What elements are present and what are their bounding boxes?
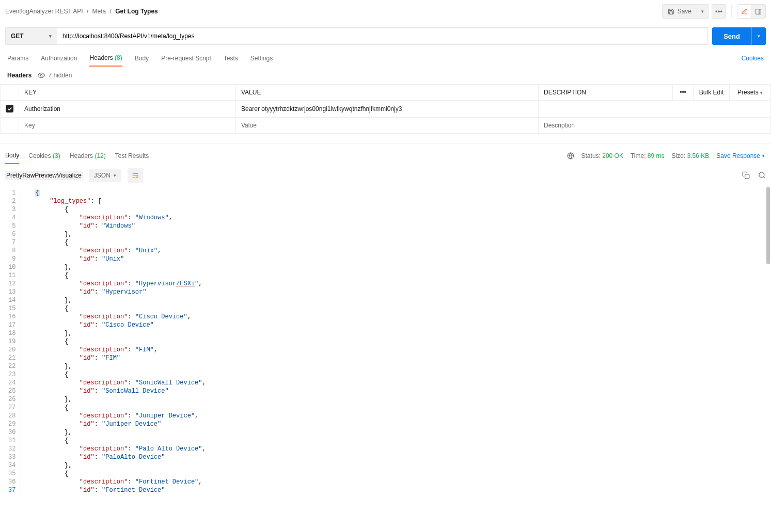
tab-headers[interactable]: Headers (8) [89, 50, 122, 67]
col-key: KEY [19, 85, 236, 101]
chevron-down-icon: ▾ [758, 34, 760, 39]
svg-rect-7 [745, 174, 749, 179]
bulk-edit-button[interactable]: Bulk Edit [694, 85, 730, 101]
response-body-editor[interactable]: 1234567891011121314151617181920212223242… [0, 187, 771, 496]
wrap-lines-button[interactable] [128, 168, 143, 183]
breadcrumb-sep: / [87, 8, 88, 15]
scrollbar-thumb[interactable] [766, 187, 770, 264]
header-key-cell[interactable]: Authorization [19, 101, 236, 118]
headers-label: Headers [7, 72, 32, 79]
breadcrumb-sep: / [110, 8, 112, 15]
presets-button[interactable]: Presets ▾ [730, 85, 771, 101]
top-bar: EventlogAnalyzer REST API / Meta / Get L… [0, 0, 771, 23]
chevron-down-icon: ▾ [49, 34, 52, 39]
tab-params[interactable]: Params [7, 51, 28, 66]
request-url-input[interactable] [57, 27, 708, 45]
status-value: 200 OK [602, 152, 623, 159]
http-method-select[interactable]: GET ▾ [5, 27, 57, 45]
view-mode-group: Pretty Raw Preview Visualize [5, 171, 83, 180]
row-checkbox-cell[interactable] [1, 101, 19, 118]
save-chevron-button[interactable]: ▾ [697, 4, 709, 19]
col-options[interactable]: ••• [673, 85, 694, 101]
resp-cookies-label: Cookies [28, 152, 51, 159]
panel-icon [755, 8, 762, 15]
comment-button[interactable] [737, 4, 751, 19]
chevron-down-icon: ▾ [114, 173, 116, 178]
tab-headers-count: (8) [115, 54, 122, 61]
divider [731, 5, 732, 18]
tab-authorization[interactable]: Authorization [41, 51, 77, 66]
breadcrumb: EventlogAnalyzer REST API / Meta / Get L… [5, 8, 158, 15]
row-checkbox-cell[interactable] [1, 117, 19, 133]
breadcrumb-mid[interactable]: Meta [92, 8, 106, 15]
table-row: Authorization Bearer otyyytrhzdktzwrjos0… [1, 101, 771, 118]
save-button[interactable]: Save [662, 4, 697, 19]
breadcrumb-current: Get Log Types [115, 8, 158, 15]
send-options-button[interactable]: ▾ [751, 27, 766, 45]
col-value: VALUE [236, 85, 539, 101]
tab-settings[interactable]: Settings [250, 51, 273, 66]
send-button[interactable]: Send [712, 27, 751, 45]
send-group: Send ▾ [712, 27, 766, 45]
tab-tests[interactable]: Tests [224, 51, 238, 66]
tab-prerequest[interactable]: Pre-request Script [161, 51, 211, 66]
hidden-count: 7 hidden [48, 72, 72, 79]
time-value: 89 ms [648, 152, 665, 159]
svg-point-2 [41, 74, 43, 76]
save-response-label: Save Response [716, 152, 760, 159]
eye-icon [38, 72, 45, 79]
breadcrumb-root[interactable]: EventlogAnalyzer REST API [5, 8, 83, 15]
copy-button[interactable] [742, 171, 750, 179]
size-text[interactable]: Size: 3.56 KB [672, 152, 710, 159]
key-placeholder-cell[interactable]: Key [19, 117, 236, 133]
col-description: DESCRIPTION [539, 85, 673, 101]
resp-tab-cookies[interactable]: Cookies (3) [28, 148, 60, 164]
status-text[interactable]: Status: 200 OK [581, 152, 623, 159]
tab-headers-label: Headers [89, 54, 113, 61]
wrap-icon [132, 172, 139, 179]
cookies-link[interactable]: Cookies [742, 55, 764, 62]
save-label: Save [678, 8, 691, 15]
request-tabs: Params Authorization Headers (8) Body Pr… [0, 49, 771, 67]
method-label: GET [11, 33, 24, 40]
docs-pane-button[interactable] [751, 4, 766, 19]
view-raw[interactable]: Raw [22, 172, 35, 179]
view-preview[interactable]: Preview [35, 172, 57, 179]
svg-line-9 [763, 176, 765, 178]
headers-subrow: Headers 7 hidden [0, 67, 771, 84]
desc-placeholder-cell[interactable]: Description [539, 117, 771, 133]
chevron-down-icon: ▾ [762, 153, 765, 158]
view-visualize[interactable]: Visualize [57, 172, 82, 179]
time-text[interactable]: Time: 89 ms [631, 152, 665, 159]
doc-panel-group [737, 4, 766, 19]
view-pretty[interactable]: Pretty [6, 172, 22, 179]
value-placeholder-cell[interactable]: Value [236, 117, 539, 133]
more-actions-button[interactable]: ••• [712, 4, 726, 19]
svg-rect-0 [756, 9, 761, 14]
search-button[interactable] [758, 171, 766, 179]
network-icon[interactable] [567, 152, 574, 159]
more-icon: ••• [715, 8, 722, 15]
tab-body[interactable]: Body [135, 51, 149, 66]
resp-tab-testresults[interactable]: Test Results [115, 148, 149, 164]
save-icon [668, 8, 674, 15]
response-tools [742, 171, 766, 179]
header-value-cell[interactable]: Bearer otyyytrhzdktzwrjos00ngi1lwfkywqtn… [236, 101, 539, 118]
resp-tab-body[interactable]: Body [5, 148, 19, 164]
top-actions: Save ▾ ••• [662, 4, 766, 19]
status-block: Status: 200 OK Time: 89 ms Size: 3.56 KB… [567, 152, 765, 159]
request-row: GET ▾ Send ▾ [0, 23, 771, 49]
size-value: 3.56 KB [687, 152, 710, 159]
header-desc-cell[interactable] [539, 101, 771, 118]
resp-headers-count: (12) [95, 152, 105, 159]
table-header-row: KEY VALUE DESCRIPTION ••• Bulk Edit Pres… [1, 85, 771, 101]
chevron-down-icon: ▾ [760, 90, 763, 95]
format-row: Pretty Raw Preview Visualize JSON ▾ [0, 164, 771, 187]
hidden-headers-toggle[interactable]: 7 hidden [38, 72, 72, 79]
language-label: JSON [94, 172, 111, 179]
language-select[interactable]: JSON ▾ [89, 169, 121, 182]
save-response-button[interactable]: Save Response ▾ [716, 152, 765, 159]
presets-label: Presets [737, 89, 759, 96]
response-bar: Body Cookies (3) Headers (12) Test Resul… [0, 143, 771, 164]
resp-tab-headers[interactable]: Headers (12) [70, 148, 106, 164]
